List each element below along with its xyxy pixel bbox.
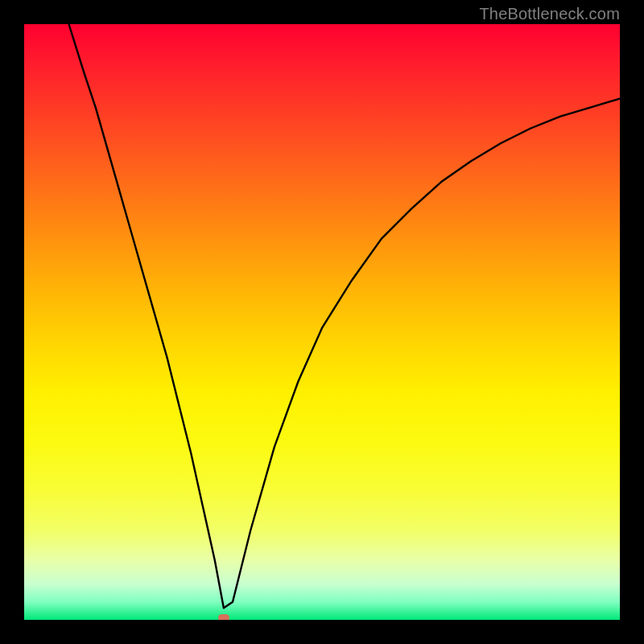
plot-area	[24, 24, 620, 620]
chart-svg	[24, 24, 620, 620]
bottleneck-curve	[69, 24, 621, 608]
minimum-marker	[218, 614, 229, 620]
watermark-text: TheBottleneck.com	[479, 5, 620, 23]
outer-frame: TheBottleneck.com	[0, 0, 644, 644]
